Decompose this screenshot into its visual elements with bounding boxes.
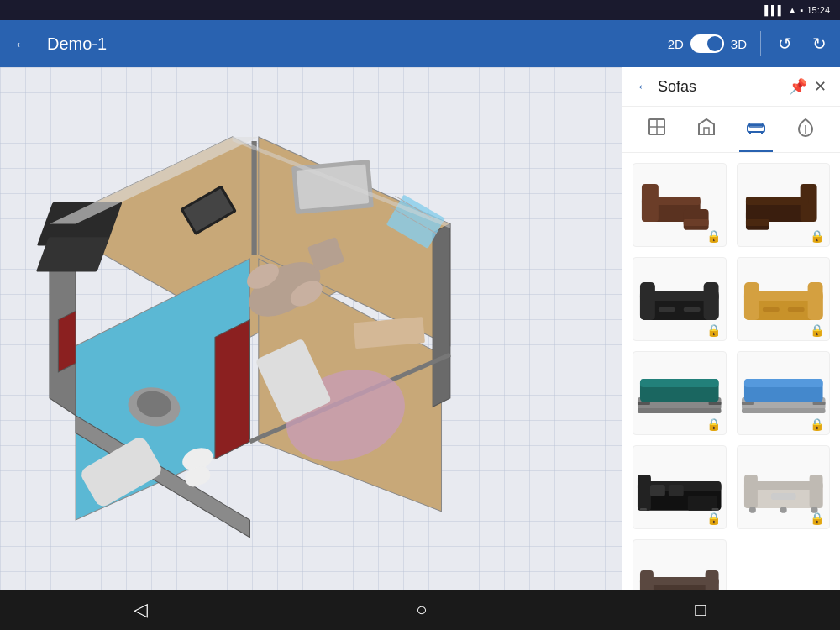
svg-rect-69 [638, 402, 650, 405]
sofa-item-8[interactable]: 🔒 [737, 445, 831, 529]
svg-marker-8 [58, 311, 76, 372]
svg-rect-68 [640, 379, 719, 387]
panel-close-button[interactable]: ✕ [814, 77, 827, 96]
floor-icon [647, 117, 667, 142]
panel-back-button[interactable]: ← [636, 78, 651, 96]
floor-plan-svg [0, 67, 622, 590]
furniture-icon [746, 117, 766, 142]
lock-icon-2: 🔒 [810, 229, 824, 243]
svg-rect-75 [741, 402, 753, 405]
sofa-item-1[interactable]: 🔒 [633, 163, 727, 247]
signal-icon: ▌▌▌ [764, 5, 784, 15]
lock-icon-4: 🔒 [810, 323, 824, 337]
svg-rect-63 [762, 307, 779, 312]
svg-rect-38 [748, 125, 764, 132]
view-toggle: 2D 3D [668, 34, 747, 53]
svg-rect-57 [659, 307, 675, 312]
panel-pin-button[interactable]: 📌 [789, 77, 807, 96]
sofa-item-5[interactable]: 🔒 [633, 351, 727, 435]
2d-label[interactable]: 2D [668, 37, 684, 51]
main-content: ← Sofas 📌 ✕ [0, 67, 840, 590]
svg-rect-64 [787, 307, 804, 312]
bottom-nav: ◁ ○ □ [0, 590, 840, 630]
svg-rect-58 [684, 307, 701, 312]
view-controls: 2D 3D ↺ ↻ [668, 30, 830, 57]
svg-rect-50 [745, 197, 808, 205]
svg-rect-37 [704, 128, 709, 134]
svg-rect-87 [809, 475, 822, 508]
lock-icon-8: 🔒 [810, 512, 824, 525]
lock-icon-6: 🔒 [810, 417, 824, 431]
lock-icon-5: 🔒 [706, 417, 721, 431]
svg-rect-66 [638, 408, 722, 413]
app-title: Demo-1 [47, 34, 654, 54]
view-toggle-switch[interactable] [690, 34, 724, 53]
svg-rect-88 [743, 481, 822, 490]
svg-rect-52 [745, 219, 769, 226]
svg-rect-70 [709, 402, 722, 405]
status-icons: ▌▌▌ ▲ ▪ 15:24 [764, 5, 830, 15]
svg-point-91 [780, 507, 786, 513]
undo-button[interactable]: ↺ [774, 30, 795, 57]
svg-rect-82 [669, 485, 684, 496]
redo-button[interactable]: ↻ [809, 30, 830, 57]
toolbar-divider [760, 31, 761, 56]
3d-label[interactable]: 3D [731, 37, 747, 51]
svg-rect-20 [297, 165, 370, 210]
svg-marker-6 [433, 224, 450, 407]
svg-rect-12 [36, 237, 110, 271]
svg-marker-7 [215, 320, 249, 459]
sofa-item-7[interactable]: 🔒 [633, 445, 727, 529]
status-bar: ▌▌▌ ▲ ▪ 15:24 [0, 0, 840, 20]
svg-rect-56 [640, 291, 719, 301]
panel-header: ← Sofas 📌 ✕ [622, 67, 840, 107]
svg-rect-78 [638, 475, 651, 511]
battery-icon: ▪ [801, 5, 804, 15]
sofa-item-4[interactable]: 🔒 [737, 257, 831, 341]
time-display: 15:24 [806, 5, 830, 15]
nature-icon [795, 117, 816, 142]
svg-rect-86 [743, 475, 757, 508]
toggle-knob [707, 36, 722, 51]
lock-icon-3: 🔒 [706, 323, 721, 337]
building-icon [696, 117, 717, 142]
lock-icon-1: 🔒 [706, 229, 721, 243]
tab-building[interactable] [690, 113, 723, 145]
svg-point-89 [748, 507, 755, 513]
side-panel: ← Sofas 📌 ✕ [622, 67, 840, 590]
svg-rect-55 [704, 282, 719, 320]
svg-rect-47 [684, 219, 709, 226]
sofa-grid: 🔒 🔒 [622, 153, 840, 590]
svg-rect-54 [640, 282, 655, 320]
svg-rect-92 [770, 493, 795, 500]
svg-rect-74 [743, 379, 822, 387]
wifi-icon: ▲ [788, 5, 797, 15]
sofa-item-6[interactable]: 🔒 [737, 351, 831, 435]
svg-rect-60 [743, 282, 759, 320]
category-tabs [622, 107, 840, 153]
svg-rect-96 [640, 577, 719, 585]
sofa-item-2[interactable]: 🔒 [737, 163, 831, 247]
lock-icon-7: 🔒 [706, 512, 721, 525]
tab-furniture[interactable] [739, 113, 773, 145]
svg-rect-76 [812, 402, 825, 405]
nav-home-button[interactable]: ○ [396, 592, 447, 627]
svg-rect-83 [640, 508, 647, 511]
svg-rect-45 [642, 197, 701, 205]
svg-rect-62 [743, 291, 822, 301]
svg-rect-61 [807, 282, 822, 320]
svg-rect-72 [741, 408, 825, 413]
nav-back-button[interactable]: ◁ [113, 592, 168, 627]
app-bar: ← Demo-1 2D 3D ↺ ↻ [0, 20, 840, 67]
floor-plan-area[interactable] [0, 67, 622, 590]
svg-rect-84 [712, 508, 719, 511]
sofa-item-9[interactable]: 🔒 [633, 539, 727, 590]
tab-nature[interactable] [789, 113, 822, 145]
panel-title: Sofas [658, 78, 782, 96]
back-button[interactable]: ← [10, 31, 34, 57]
tab-floor[interactable] [640, 113, 674, 145]
svg-rect-81 [650, 485, 665, 496]
floor-plan-canvas [0, 67, 622, 590]
sofa-item-3[interactable]: 🔒 [633, 257, 727, 341]
nav-recents-button[interactable]: □ [675, 592, 726, 627]
